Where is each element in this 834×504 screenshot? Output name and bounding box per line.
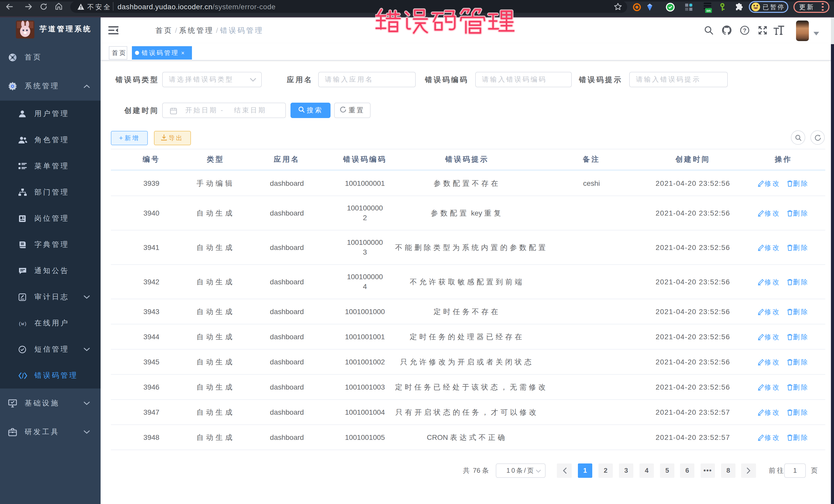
svg-text:on: on bbox=[706, 9, 710, 13]
svg-text:(w): (w) bbox=[19, 321, 27, 326]
svg-text:?: ? bbox=[743, 27, 746, 34]
